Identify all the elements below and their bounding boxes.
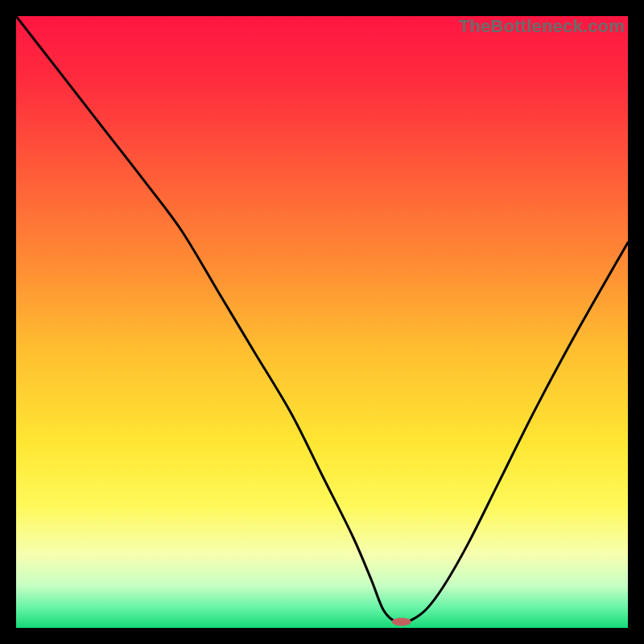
bottleneck-chart xyxy=(16,16,628,628)
watermark-text: TheBottleneck.com xyxy=(459,16,625,37)
gradient-background xyxy=(16,16,628,628)
chart-frame: TheBottleneck.com xyxy=(16,16,628,628)
optimal-marker xyxy=(392,617,411,625)
